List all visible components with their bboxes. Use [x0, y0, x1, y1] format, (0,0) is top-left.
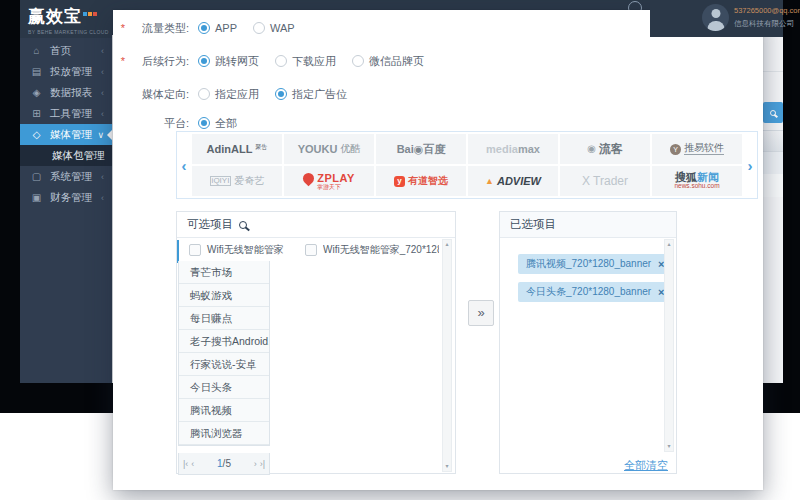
brand-logo: 赢效宝 BY BEHE MARKETING CLOUD [20, 0, 112, 38]
available-option[interactable]: Wifi无线智能管家 [189, 243, 293, 257]
scroll-up-icon[interactable]: ▴ [667, 240, 670, 249]
media-carousel: ‹ AdinALL聚告YOUKU优酷Bai◉百度mediamax◉流客Y推易软件… [176, 131, 758, 199]
scroll-up-icon[interactable]: ▴ [445, 240, 448, 249]
transfer-button[interactable]: » [468, 300, 494, 326]
user-email: 537265000@qq.com [734, 6, 800, 15]
checkbox-icon[interactable] [189, 244, 201, 256]
list-item[interactable]: 行家说说-安卓 [179, 353, 269, 376]
radio-icon [275, 88, 287, 100]
page-search-button[interactable] [763, 102, 783, 123]
radio-icon [198, 55, 210, 67]
sidebar-menu: ⌂首页‹▤投放管理‹◈数据报表‹⊞工具管理‹◇媒体管理∨媒体包管理▢系统管理‹▣… [20, 38, 112, 208]
radio-option[interactable]: 微信品牌页 [352, 54, 424, 69]
tools-icon: ⊞ [30, 108, 43, 119]
selected-tag[interactable]: 腾讯视频_720*1280_banner× [518, 254, 673, 274]
selected-panel: 已选项目 腾讯视频_720*1280_banner×今日头条_720*1280_… [499, 211, 677, 474]
tag-label: 腾讯视频_720*1280_banner [526, 257, 651, 271]
sidebar-item-system[interactable]: ▢系统管理‹ [20, 166, 112, 187]
radio-icon [253, 22, 265, 34]
sidebar-item-label: 系统管理 [50, 170, 101, 184]
form-label: 媒体定向: [127, 87, 189, 102]
media-logo-iqiyi[interactable]: iQIYI爱奇艺 [192, 166, 282, 196]
scrollbar[interactable]: ▴ ▾ [664, 239, 674, 452]
tag-label: 今日头条_720*1280_banner [526, 285, 651, 299]
brand-title: 赢效宝 [28, 7, 82, 26]
sidebar-item-home[interactable]: ⌂首页‹ [20, 40, 112, 61]
radio-icon [198, 88, 210, 100]
radio-label: WAP [270, 22, 295, 34]
scroll-down-icon[interactable]: ▾ [445, 462, 448, 471]
checkbox-label: Wifi无线智能管家 [207, 243, 284, 257]
scrollbar[interactable]: ▴ ▾ [442, 239, 452, 472]
media-logo-adinall[interactable]: AdinALL聚告 [192, 134, 282, 164]
form-row-4: 平台:全部 [119, 115, 253, 131]
media-logo-youdao[interactable]: y有道智选 [376, 166, 466, 196]
radio-label: 全部 [215, 116, 237, 131]
media-icon: ◇ [30, 129, 43, 140]
sidebar-item-label: 工具管理 [50, 107, 101, 121]
available-panel: 可选项目 Wifi无线智能管家Wifi无线智能管家_720*1280_b... … [176, 211, 456, 474]
list-item[interactable]: 青芒市场 [179, 261, 269, 284]
sidebar-item-finance[interactable]: ▣财务管理‹ [20, 187, 112, 208]
search-icon[interactable] [239, 221, 247, 229]
search-icon [770, 110, 776, 116]
user-company: 信息科技有限公司 [734, 19, 800, 29]
list-item[interactable]: 老子搜书Android... [179, 330, 269, 353]
form-label: 流量类型: [127, 21, 189, 36]
sidebar: 赢效宝 BY BEHE MARKETING CLOUD ⌂首页‹▤投放管理‹◈数… [20, 0, 112, 383]
selected-tag[interactable]: 今日头条_720*1280_banner× [518, 282, 673, 302]
form-row-1: *流量类型:APPWAP [119, 20, 311, 36]
media-logo-xtrader[interactable]: X Trader [560, 166, 650, 196]
media-logo-mediamax[interactable]: mediamax [468, 134, 558, 164]
page-first-button[interactable]: |‹ [183, 459, 188, 469]
sidebar-item-label: 首页 [50, 44, 101, 58]
media-package-dialog: *流量类型:APPWAP*后续行为:跳转网页下载应用微信品牌页媒体定向:指定应用… [113, 10, 763, 490]
radio-label: 下载应用 [292, 54, 336, 69]
media-logo-sohu[interactable]: 搜狐新闻news.sohu.com [652, 166, 742, 196]
page-prev-button[interactable]: ‹ [191, 459, 194, 469]
radio-option[interactable]: 下载应用 [275, 54, 336, 69]
form-row-2: *后续行为:跳转网页下载应用微信品牌页 [119, 53, 440, 69]
media-logo-tuiyi[interactable]: Y推易软件 [652, 134, 742, 164]
radio-option[interactable]: 跳转网页 [198, 54, 259, 69]
sidebar-item-media[interactable]: ◇媒体管理∨ [20, 124, 112, 145]
sidebar-item-label: 财务管理 [50, 191, 101, 205]
sidebar-item-label: 媒体包管理 [52, 149, 112, 163]
sidebar-item-reports[interactable]: ◈数据报表‹ [20, 82, 112, 103]
radio-option[interactable]: APP [198, 22, 237, 34]
chevron-icon: ‹ [101, 109, 104, 119]
sidebar-item-tools[interactable]: ⊞工具管理‹ [20, 103, 112, 124]
list-item[interactable]: 今日头条 [179, 376, 269, 399]
media-logo-liuke[interactable]: ◉流客 [560, 134, 650, 164]
list-item[interactable]: 每日赚点 [179, 307, 269, 330]
list-item[interactable]: 腾讯浏览器 [179, 422, 269, 445]
media-logo-zplay[interactable]: ZPLAY掌游天下 [284, 166, 374, 196]
carousel-next-icon[interactable]: › [743, 157, 757, 174]
media-logo-adview[interactable]: ▲ADVIEW [468, 166, 558, 196]
page-indicator: 1/5 [197, 458, 250, 469]
carousel-prev-icon[interactable]: ‹ [177, 157, 191, 174]
clear-all-link[interactable]: 全部清空 [624, 458, 668, 473]
list-item[interactable]: 蚂蚁游戏 [179, 284, 269, 307]
checkbox-icon[interactable] [305, 244, 317, 256]
radio-option[interactable]: WAP [253, 22, 295, 34]
radio-option[interactable]: 指定广告位 [275, 87, 347, 102]
available-panel-header: 可选项目 [177, 212, 455, 238]
sidebar-item-delivery[interactable]: ▤投放管理‹ [20, 61, 112, 82]
radio-option[interactable]: 全部 [198, 116, 237, 131]
form-label: 后续行为: [127, 54, 189, 69]
radio-label: 指定广告位 [292, 87, 347, 102]
available-option[interactable]: Wifi无线智能管家_720*1280_b... [305, 243, 439, 257]
list-item[interactable]: 腾讯视频 [179, 399, 269, 422]
chevron-icon: ‹ [101, 67, 104, 77]
pagination: |‹ ‹ 1/5 › ›| [178, 453, 270, 475]
media-logo-youku[interactable]: YOUKU优酷 [284, 134, 374, 164]
radio-option[interactable]: 指定应用 [198, 87, 259, 102]
user-info[interactable]: 537265000@qq.com 信息科技有限公司 [650, 0, 783, 37]
radio-icon [198, 117, 210, 129]
scroll-down-icon[interactable]: ▾ [667, 442, 670, 451]
page-last-button[interactable]: ›| [260, 459, 265, 469]
sidebar-item-media-package[interactable]: 媒体包管理 [20, 145, 112, 166]
page-next-button[interactable]: › [254, 459, 257, 469]
media-logo-baidu[interactable]: Bai◉百度 [376, 134, 466, 164]
